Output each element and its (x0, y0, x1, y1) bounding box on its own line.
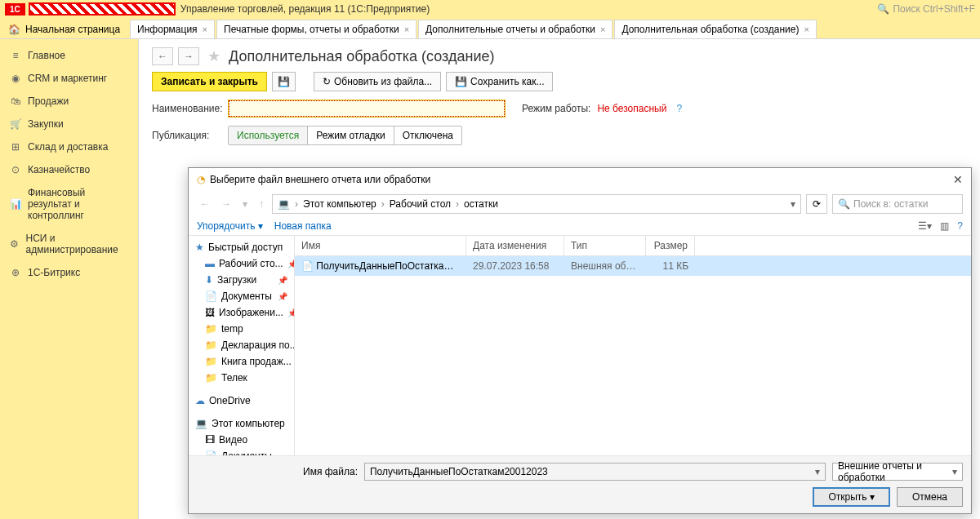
tree-videos[interactable]: 🎞Видео (189, 432, 294, 448)
chevron-down-icon[interactable]: ▾ (815, 466, 820, 477)
folder-icon: 📁 (205, 323, 217, 335)
help-icon[interactable]: ? (676, 103, 682, 114)
chevron-down-icon[interactable]: ▾ (952, 466, 957, 477)
tree-pictures[interactable]: 🖼Изображени...📌 (189, 304, 294, 321)
label: Декларация по... (221, 339, 295, 351)
chevron-down-icon[interactable]: ▾ (239, 197, 251, 211)
new-folder-button[interactable]: Новая папка (274, 220, 332, 232)
back-button[interactable]: ← (152, 47, 173, 65)
coin-icon: ⊙ (10, 164, 21, 175)
open-button[interactable]: Открыть ▾ (813, 487, 889, 507)
floppy-icon: 💾 (278, 76, 290, 87)
tree-telek[interactable]: 📁Телек (189, 370, 294, 386)
tree-documents[interactable]: 📄Документы📌 (189, 288, 294, 304)
chevron-right-icon: › (381, 198, 385, 210)
sidebar-label: Склад и доставка (28, 141, 108, 153)
tree-onedrive[interactable]: ☁OneDrive (189, 393, 294, 409)
tab-print-forms[interactable]: Печатные формы, отчеты и обработки× (216, 20, 416, 38)
label: Телек (221, 372, 247, 384)
nav-up-button[interactable]: ↑ (256, 197, 267, 211)
name-input[interactable] (228, 100, 506, 118)
close-icon[interactable]: × (404, 24, 409, 34)
tab-label: Дополнительные отчеты и обработки (425, 24, 595, 35)
sidebar-item-main[interactable]: ≡Главное (0, 44, 138, 67)
breadcrumb[interactable]: 💻 › Этот компьютер › Рабочий стол › оста… (272, 194, 801, 214)
chevron-down-icon[interactable]: ▾ (791, 198, 795, 210)
sidebar-item-treasury[interactable]: ⊙Казначейство (0, 158, 138, 181)
tree-documents2[interactable]: 📄Документы (189, 448, 294, 455)
label: Этот компьютер (212, 418, 285, 429)
pub-debug[interactable]: Режим отладки (308, 126, 394, 144)
cancel-button[interactable]: Отмена (897, 487, 963, 507)
filetype-select[interactable]: Внешние отчеты и обработки ▾ (832, 463, 963, 481)
floppy-icon: 💾 (455, 76, 467, 87)
crumb[interactable]: остатки (464, 198, 498, 210)
col-size[interactable]: Размер (646, 236, 695, 255)
tree-declaration[interactable]: 📁Декларация по... (189, 337, 294, 353)
publication-label: Публикация: (152, 130, 221, 141)
sidebar-item-sales[interactable]: 🛍Продажи (0, 90, 138, 113)
preview-pane-button[interactable]: ▥ (940, 220, 949, 232)
search-icon: 🔍 (877, 3, 889, 15)
file-date: 29.07.2023 16:58 (466, 256, 564, 276)
update-from-file-button[interactable]: ↻Обновить из файла... (314, 72, 441, 91)
refresh-button[interactable]: ⟳ (806, 194, 827, 214)
folder-icon: 📁 (205, 356, 217, 367)
tree-salesbook[interactable]: 📁Книга продаж... (189, 353, 294, 370)
save-button[interactable]: 💾 (272, 72, 296, 91)
target-icon: ◉ (10, 73, 21, 84)
filename-input[interactable]: ПолучитьДанныеПоОстаткам20012023 ▾ (364, 463, 826, 481)
sidebar-item-finance[interactable]: 📊Финансовый результат и контроллинг (0, 181, 138, 227)
tree-downloads[interactable]: ⬇Загрузки📌 (189, 272, 294, 288)
tab-info[interactable]: Информация× (130, 20, 215, 38)
col-type[interactable]: Тип (564, 236, 646, 255)
gear-icon: ⚙ (10, 238, 20, 250)
label: temp (221, 323, 243, 335)
file-list-header: Имя Дата изменения Тип Размер (295, 236, 971, 256)
tree-temp[interactable]: 📁temp (189, 321, 294, 337)
filename-value: ПолучитьДанныеПоОстаткам20012023 (370, 466, 548, 477)
tree-quick-access[interactable]: ★Быстрый доступ (189, 239, 294, 255)
cart-icon: 🛒 (10, 118, 21, 130)
tree-this-pc[interactable]: 💻Этот компьютер (189, 415, 294, 432)
dialog-close-button[interactable]: ✕ (953, 173, 963, 186)
tab-bar: 🏠 Начальная страница Информация× Печатны… (0, 18, 980, 39)
pub-used[interactable]: Используется (229, 126, 308, 144)
label: Книга продаж... (221, 356, 292, 367)
download-icon: ⬇ (205, 274, 213, 286)
tab-home[interactable]: 🏠 Начальная страница (0, 20, 128, 38)
file-size: 11 КБ (646, 256, 695, 276)
forward-button[interactable]: → (178, 47, 199, 65)
col-date[interactable]: Дата изменения (466, 236, 564, 255)
help-button[interactable]: ? (957, 220, 963, 232)
close-icon[interactable]: × (203, 24, 207, 34)
dialog-search[interactable]: 🔍 Поиск в: остатки (832, 194, 963, 214)
tree-desktop[interactable]: ▬Рабочий сто...📌 (189, 255, 294, 272)
sidebar-item-admin[interactable]: ⚙НСИ и администрирование (0, 227, 138, 261)
grid-icon: ⊞ (10, 141, 21, 153)
star-icon[interactable]: ★ (207, 47, 220, 65)
global-search[interactable]: 🔍 Поиск Ctrl+Shift+F (877, 3, 975, 15)
organize-menu[interactable]: Упорядочить ▾ (197, 220, 263, 232)
nav-back-button[interactable]: ← (197, 197, 213, 211)
nav-forward-button[interactable]: → (218, 197, 234, 211)
sidebar-item-bitrix[interactable]: ⊕1С-Битрикс (0, 261, 138, 284)
sidebar-item-warehouse[interactable]: ⊞Склад и доставка (0, 135, 138, 158)
name-label: Наименование: (152, 103, 221, 114)
col-name[interactable]: Имя (295, 236, 466, 255)
pub-disabled[interactable]: Отключена (394, 126, 461, 144)
view-mode-button[interactable]: ☰▾ (918, 220, 932, 232)
sidebar-item-crm[interactable]: ◉CRM и маркетинг (0, 67, 138, 90)
sidebar-item-purchases[interactable]: 🛒Закупки (0, 113, 138, 135)
save-as-button[interactable]: 💾Сохранить как... (446, 72, 553, 91)
crumb[interactable]: Рабочий стол (390, 198, 451, 210)
close-icon[interactable]: × (600, 24, 605, 34)
file-row[interactable]: 📄 ПолучитьДанныеПоОстаткам20012023 29.07… (295, 256, 971, 276)
close-icon[interactable]: × (804, 24, 808, 34)
menu-icon: ≡ (10, 50, 21, 61)
tab-ext-processing-new[interactable]: Дополнительная обработка (создание)× (614, 20, 816, 38)
crumb[interactable]: Этот компьютер (303, 198, 376, 210)
tab-ext-reports[interactable]: Дополнительные отчеты и обработки× (418, 20, 612, 38)
pin-icon: 📌 (287, 260, 295, 268)
save-and-close-button[interactable]: Записать и закрыть (152, 72, 267, 91)
